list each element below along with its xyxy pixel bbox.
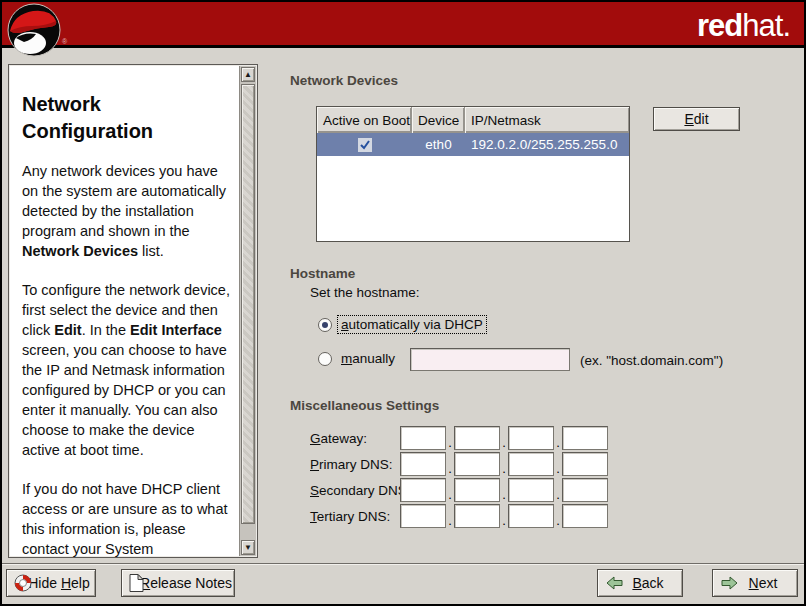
gateway-octet-2[interactable] — [454, 426, 500, 450]
network-devices-section-label: Network Devices — [290, 73, 398, 88]
ip-netmask-cell: 192.0.2.0/255.255.255.0 — [465, 137, 629, 152]
hostname-manual-option[interactable]: manually — [318, 350, 398, 367]
octet-dot: . — [446, 436, 454, 450]
registered-trademark: ® — [62, 38, 67, 45]
edit-button[interactable]: Edit — [653, 107, 740, 131]
primary-dns-octet-row: ... — [400, 452, 614, 476]
primary-dns-octet-2[interactable] — [454, 452, 500, 476]
primary-dns-octet-4[interactable] — [562, 452, 608, 476]
set-hostname-prompt: Set the hostname: — [310, 285, 420, 300]
gateway-octet-4[interactable] — [562, 426, 608, 450]
next-button[interactable]: Next — [712, 569, 798, 597]
checkmark-icon — [358, 138, 372, 152]
primary-dns-label: Primary DNS: — [310, 457, 393, 472]
active-on-boot-cell — [317, 138, 412, 152]
secondary-dns-octet-row: ... — [400, 478, 614, 502]
octet-dot: . — [554, 514, 562, 528]
gateway-octet-3[interactable] — [508, 426, 554, 450]
gateway-octet-row: ... — [400, 426, 614, 450]
device-cell: eth0 — [412, 137, 465, 152]
scrollbar-thumb[interactable] — [241, 84, 255, 524]
secondary-dns-label: Secondary DNS: — [310, 483, 411, 498]
octet-dot: . — [554, 436, 562, 450]
secondary-dns-octet-1[interactable] — [400, 478, 446, 502]
tertiary-dns-octet-2[interactable] — [454, 504, 500, 528]
octet-dot: . — [446, 514, 454, 528]
radio-unselected-icon[interactable] — [318, 352, 332, 366]
document-icon — [129, 574, 144, 593]
column-header-active-on-boot[interactable]: Active on Boot — [317, 107, 412, 133]
installer-window: ® redhat. Network Configuration Any netw… — [0, 0, 806, 606]
octet-dot: . — [446, 462, 454, 476]
octet-dot: . — [500, 514, 508, 528]
secondary-dns-octet-3[interactable] — [508, 478, 554, 502]
network-devices-table: Active on Boot Device IP/Netmask eth0 19… — [316, 106, 630, 242]
arrow-right-icon — [720, 575, 739, 591]
table-header-row: Active on Boot Device IP/Netmask — [317, 107, 629, 133]
arrow-left-icon — [605, 575, 624, 591]
secondary-dns-octet-4[interactable] — [562, 478, 608, 502]
help-panel: Network Configuration Any network device… — [8, 64, 258, 558]
hostname-auto-label[interactable]: automatically via DHCP — [338, 316, 486, 333]
hostname-section-label: Hostname — [290, 266, 355, 281]
help-paragraph-3: If you do not have DHCP client access or… — [22, 479, 233, 557]
brand-header-bar — [2, 2, 804, 48]
hostname-hint: (ex. "host.domain.com") — [580, 353, 723, 368]
hostname-auto-option[interactable]: automatically via DHCP — [318, 316, 486, 333]
primary-dns-octet-1[interactable] — [400, 452, 446, 476]
tertiary-dns-octet-1[interactable] — [400, 504, 446, 528]
tertiary-dns-octet-3[interactable] — [508, 504, 554, 528]
footer-separator — [2, 563, 804, 565]
help-content: Network Configuration Any network device… — [9, 65, 239, 557]
redhat-shadowman-logo-icon — [6, 2, 62, 58]
octet-dot: . — [500, 462, 508, 476]
lifebuoy-icon — [14, 574, 32, 592]
radio-selected-icon[interactable] — [318, 318, 332, 332]
secondary-dns-octet-2[interactable] — [454, 478, 500, 502]
tertiary-dns-label: Tertiary DNS: — [310, 509, 390, 524]
table-row-eth0[interactable]: eth0 192.0.2.0/255.255.255.0 — [317, 133, 629, 156]
primary-dns-octet-3[interactable] — [508, 452, 554, 476]
scrollbar-down-icon[interactable]: ▼ — [241, 540, 255, 555]
help-paragraph-2: To configure the network device, first s… — [22, 280, 233, 460]
hostname-input[interactable] — [410, 348, 570, 371]
active-on-boot-checkbox[interactable] — [358, 138, 372, 152]
scrollbar-up-icon[interactable]: ▲ — [241, 67, 255, 82]
octet-dot: . — [446, 488, 454, 502]
tertiary-dns-octet-4[interactable] — [562, 504, 608, 528]
hide-help-button[interactable]: Hide Help — [6, 569, 96, 597]
back-button[interactable]: Back — [597, 569, 683, 597]
octet-dot: . — [554, 462, 562, 476]
wordmark-red: red — [697, 8, 742, 43]
misc-settings-section-label: Miscellaneous Settings — [290, 398, 439, 413]
column-header-ip-netmask[interactable]: IP/Netmask — [465, 107, 629, 133]
wordmark-hat: hat. — [742, 8, 790, 43]
gateway-octet-1[interactable] — [400, 426, 446, 450]
tertiary-dns-octet-row: ... — [400, 504, 614, 528]
help-title: Network Configuration — [22, 91, 233, 145]
octet-dot: . — [554, 488, 562, 502]
help-scrollbar[interactable]: ▲ ▼ — [239, 66, 256, 556]
column-header-device[interactable]: Device — [412, 107, 465, 133]
help-paragraph-1: Any network devices you have on the syst… — [22, 161, 233, 261]
hostname-manual-label[interactable]: manually — [338, 350, 398, 367]
octet-dot: . — [500, 488, 508, 502]
release-notes-button[interactable]: Release Notes — [121, 569, 235, 597]
octet-dot: . — [500, 436, 508, 450]
redhat-wordmark: redhat. — [697, 8, 790, 44]
gateway-label: Gateway: — [310, 431, 367, 446]
